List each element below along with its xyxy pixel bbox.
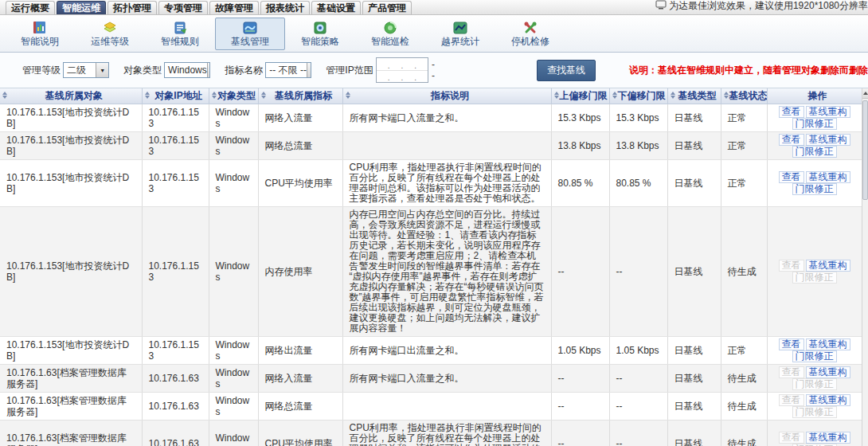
cell-btype: 日基线 — [667, 160, 721, 207]
rebuild-link[interactable]: 基线重构 — [806, 171, 850, 183]
table-row: 10.176.1.153[地市投资统计DB]10.176.1.153Window… — [0, 132, 862, 160]
ip-range-label: 管理IP范围 — [326, 64, 373, 77]
cell-status: 正常 — [721, 104, 767, 132]
toolbar-item-rules[interactable]: 智维规则 — [145, 18, 215, 50]
rebuild-link[interactable]: 基线重构 — [806, 260, 850, 272]
cell-desc: 所有网卡端口出流量之和。 — [342, 337, 551, 365]
table-row: 10.176.1.153[地市投资统计DB]10.176.1.153Window… — [0, 207, 862, 337]
cell-upper: 15.3 Kbps — [551, 104, 609, 132]
column-header[interactable]: 基线所属对象 — [0, 88, 142, 104]
cell-metric: CPU平均使用率 — [258, 421, 342, 446]
menu-tab[interactable]: 专项管理 — [158, 1, 208, 14]
column-header-label: 基线所属指标 — [275, 90, 332, 101]
cell-type: Windows — [209, 160, 258, 207]
column-header[interactable]: 指标说明 — [342, 88, 551, 104]
toolbar-item-label: 基线管理 — [216, 37, 284, 47]
cell-upper: -- — [551, 393, 609, 421]
view-link: 查看 — [779, 366, 804, 378]
rebuild-link[interactable]: 基线重构 — [806, 338, 850, 350]
mgmt-level-select[interactable]: 二级 ▼ — [63, 62, 109, 78]
toolbar-item-maintenance[interactable]: 停机检修 — [495, 18, 565, 50]
column-header[interactable]: 对象类型 — [209, 88, 258, 104]
view-link[interactable]: 查看 — [779, 338, 804, 350]
scrollbar-thumb[interactable] — [862, 100, 868, 200]
view-link: 查看 — [779, 260, 804, 272]
toolbar-item-label: 智维规则 — [146, 37, 214, 47]
menu-tab[interactable]: 智能运维 — [57, 1, 106, 14]
rebuild-link[interactable]: 基线重构 — [806, 134, 850, 146]
cell-object: 10.176.1.153[地市投资统计DB] — [0, 207, 142, 337]
toolbar-item-boundary[interactable]: 越界统计 — [425, 18, 495, 50]
ip-range-input[interactable]: ... ... — [376, 57, 428, 83]
scroll-up-button[interactable] — [862, 88, 868, 99]
toolbar-item-inspection[interactable]: 智能巡检 — [355, 18, 425, 50]
cell-metric: 网络总流量 — [258, 393, 342, 421]
top-menu-bar: 运行概要智能运维拓扑管理专项管理故障管理报表统计基础设置产品管理 为达最佳浏览效… — [0, 0, 868, 15]
column-header[interactable]: 对象IP地址 — [142, 88, 209, 104]
view-link[interactable]: 查看 — [779, 134, 804, 146]
cell-object: 10.176.1.153[地市投资统计DB] — [0, 160, 142, 207]
rebuild-link[interactable]: 基线重构 — [806, 432, 850, 444]
menu-tab[interactable]: 产品管理 — [362, 1, 412, 14]
rebuild-link[interactable]: 基线重构 — [806, 394, 850, 406]
vertical-scrollbar[interactable] — [862, 88, 868, 446]
sort-icon — [2, 92, 7, 99]
cell-metric: 网络出流量 — [258, 337, 342, 365]
sort-icon — [554, 92, 559, 99]
column-header-label: 基线类型 — [678, 90, 717, 101]
menu-tab[interactable]: 故障管理 — [209, 1, 259, 14]
column-header[interactable]: 上偏移门限 — [551, 88, 609, 104]
menu-tab[interactable]: 拓扑管理 — [108, 1, 157, 14]
cell-actions: 查看基线重构门限修正 — [767, 337, 862, 365]
threshold-link[interactable]: 门限修正 — [792, 118, 837, 130]
cell-ip: 10.176.1.63 — [142, 365, 209, 393]
cell-lower: -- — [609, 393, 667, 421]
menu-tab[interactable]: 报表统计 — [260, 1, 310, 14]
ip-range-row-start[interactable]: ... — [377, 58, 428, 70]
column-header[interactable]: 基线状态 — [721, 88, 767, 104]
menu-tab[interactable]: 基础设置 — [311, 1, 361, 14]
chevron-down-icon: ▼ — [207, 63, 210, 77]
cell-btype: 日基线 — [667, 421, 721, 446]
cell-ip: 10.176.1.153 — [142, 207, 209, 337]
cell-type: Windows — [209, 337, 258, 365]
column-header[interactable]: 下偏移门限 — [609, 88, 667, 104]
sort-icon — [724, 92, 729, 99]
ip-range-row-end[interactable]: ... — [377, 70, 428, 82]
chevron-down-icon: ▼ — [307, 63, 311, 77]
threshold-link[interactable]: 门限修正 — [792, 146, 837, 158]
threshold-link[interactable]: 门限修正 — [792, 350, 837, 362]
cell-type: Windows — [209, 421, 258, 446]
cell-lower: -- — [609, 421, 667, 446]
column-header[interactable]: 基线类型 — [667, 88, 721, 104]
menu-tabs: 运行概要智能运维拓扑管理专项管理故障管理报表统计基础设置产品管理 — [5, 1, 412, 14]
cell-status: 待生成 — [721, 393, 767, 421]
column-header[interactable]: 操作 — [767, 88, 862, 104]
menu-tab[interactable]: 运行概要 — [6, 1, 55, 14]
toolbar-item-label: 智能策略 — [286, 37, 354, 47]
view-link[interactable]: 查看 — [779, 106, 804, 118]
cell-desc: 所有网卡端口入流量之和。 — [342, 104, 551, 132]
object-type-select[interactable]: Windows ▼ — [164, 62, 210, 78]
cell-upper: 80.85 % — [551, 160, 609, 207]
toolbar-item-baseline[interactable]: 基线管理 — [215, 18, 285, 50]
toolbar-item-strategy[interactable]: 智能策略 — [285, 18, 355, 50]
cell-upper: -- — [551, 421, 609, 446]
cell-lower: 80.85 % — [609, 160, 667, 207]
search-baseline-button[interactable]: 查找基线 — [537, 60, 596, 81]
table-header-row: 基线所属对象对象IP地址对象类型基线所属指标指标说明上偏移门限下偏移门限基线类型… — [0, 88, 862, 104]
threshold-link[interactable]: 门限修正 — [792, 183, 837, 195]
filter-bar: 管理等级 二级 ▼ 对象类型 Windows ▼ 指标名称 -- 不限 -- ▼… — [0, 53, 868, 88]
baseline-chart-icon — [216, 20, 284, 36]
cell-btype: 日基线 — [667, 337, 721, 365]
rebuild-link[interactable]: 基线重构 — [806, 106, 850, 118]
metric-name-select[interactable]: -- 不限 -- ▼ — [265, 62, 311, 78]
column-header[interactable]: 基线所属指标 — [258, 88, 342, 104]
cell-ip: 10.176.1.153 — [142, 104, 209, 132]
toolbar-item-ops-level[interactable]: 运维等级 — [75, 18, 145, 50]
view-link[interactable]: 查看 — [779, 171, 804, 183]
rebuild-link[interactable]: 基线重构 — [806, 366, 850, 378]
baseline-table-area: 基线所属对象对象IP地址对象类型基线所属指标指标说明上偏移门限下偏移门限基线类型… — [0, 88, 868, 446]
column-header-label: 基线所属对象 — [45, 90, 103, 101]
toolbar-item-smart-info[interactable]: 智能说明 — [5, 18, 75, 50]
